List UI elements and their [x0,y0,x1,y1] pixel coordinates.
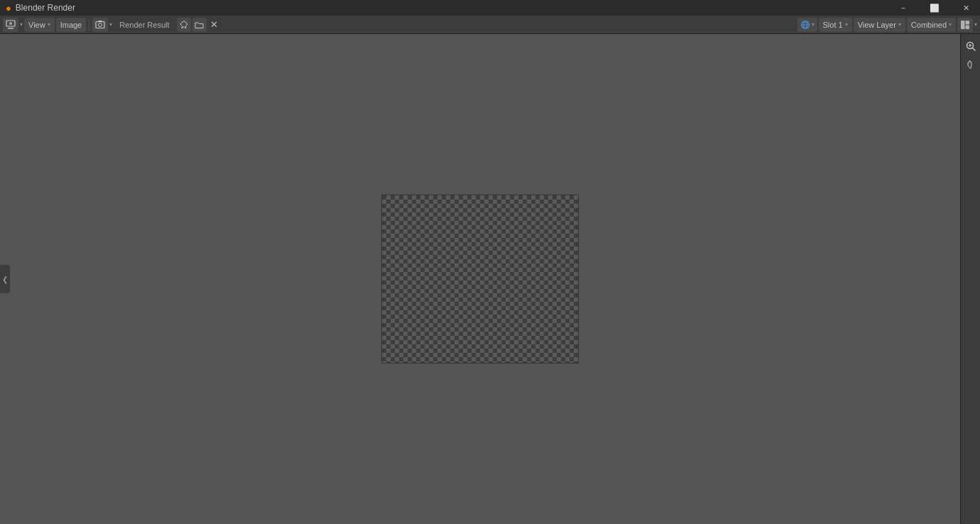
render-result-close-button[interactable]: ✕ [208,18,221,31]
svg-rect-13 [966,25,970,29]
viewport[interactable] [0,34,960,524]
svg-point-4 [99,23,102,26]
svg-rect-5 [99,21,102,22]
minimize-button[interactable]: − [889,0,918,16]
slot-selector-button[interactable]: Slot 1 ▾ [819,18,852,32]
zoom-tool-button[interactable] [963,38,979,54]
blender-logo-icon: ● [6,3,11,13]
svg-rect-1 [8,28,13,29]
render-canvas [381,195,579,364]
pin-button[interactable] [177,18,191,32]
render-image-icon-button[interactable] [92,18,108,32]
render-image-dropdown: ▾ [109,21,112,28]
right-sidebar [960,34,980,524]
editor-type-button[interactable] [3,18,18,32]
svg-rect-3 [96,21,104,28]
view-menu-button[interactable]: View ▾ [24,18,55,32]
view-layer-button[interactable]: View Layer ▾ [854,18,905,32]
editor-type-dropdown: ▾ [20,21,23,28]
hand-tool-button[interactable] [963,57,979,72]
toolbar-right: ▾ Slot 1 ▾ View Layer ▾ Combined ▾ ▾ [797,18,978,32]
layout-dropdown: ▾ [974,21,977,28]
maximize-button[interactable]: ⬜ [920,0,949,16]
render-result-label: Render Result [114,21,175,29]
language-button[interactable]: ▾ [797,18,817,32]
checkerboard-pattern [382,195,578,363]
svg-rect-11 [961,21,965,29]
svg-rect-12 [966,21,970,25]
folder-button[interactable] [192,18,207,32]
svg-point-2 [9,22,12,25]
combined-pass-button[interactable]: Combined ▾ [907,18,956,32]
toolbar: ▾ View ▾ Image ▾ Render Result [0,16,980,34]
toolbar-left: ▾ View ▾ Image ▾ Render Result [3,18,796,32]
window-title: Blender Render [16,3,974,13]
title-bar: ● Blender Render − ⬜ ✕ [0,0,980,16]
left-panel-toggle[interactable]: ❮ [0,265,10,293]
layout-icon-button[interactable] [957,18,973,32]
toolbar-separator-1 [89,19,89,31]
window-controls: − ⬜ ✕ [889,0,980,16]
close-button[interactable]: ✕ [952,0,980,16]
main-area: ❮ [0,34,980,524]
image-menu-button[interactable]: Image [56,18,87,32]
svg-line-15 [972,48,975,51]
